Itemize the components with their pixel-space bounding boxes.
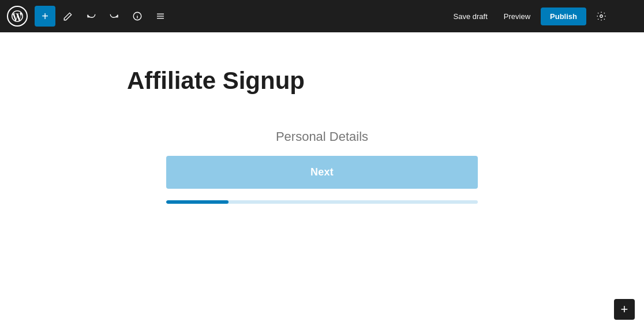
publish-button[interactable]: Publish (541, 8, 586, 25)
form-section: Personal Details Next (166, 129, 478, 204)
list-icon (155, 11, 166, 21)
add-block-bottom-button[interactable]: + (614, 299, 635, 320)
toolbar: + Sav (0, 0, 644, 32)
more-options-button[interactable] (616, 6, 637, 27)
section-label: Personal Details (276, 129, 368, 144)
toolbar-right-actions: Save draft Preview Publish (448, 6, 637, 27)
undo-icon (86, 11, 96, 21)
info-icon (132, 11, 143, 21)
list-view-button[interactable] (150, 6, 171, 27)
wp-logo[interactable] (7, 6, 28, 27)
redo-button[interactable] (104, 6, 125, 27)
edit-button[interactable] (58, 6, 78, 27)
redo-icon (109, 11, 119, 21)
more-icon (621, 11, 632, 21)
content-area: Affiliate Signup Personal Details Next + (0, 32, 644, 329)
next-button[interactable]: Next (166, 156, 478, 189)
svg-point-9 (626, 18, 627, 20)
svg-point-8 (626, 16, 627, 17)
save-draft-button[interactable]: Save draft (448, 9, 493, 24)
plus-icon-bottom: + (621, 302, 628, 317)
svg-point-6 (600, 15, 603, 18)
svg-point-7 (626, 13, 627, 14)
page-title: Affiliate Signup (127, 67, 305, 95)
progress-bar (166, 200, 478, 204)
plus-icon: + (42, 10, 48, 22)
pencil-icon (63, 11, 73, 21)
gear-icon (596, 11, 606, 21)
svg-point-2 (137, 14, 138, 14)
progress-bar-fill (166, 200, 229, 204)
info-button[interactable] (127, 6, 148, 27)
undo-button[interactable] (81, 6, 102, 27)
preview-button[interactable]: Preview (498, 9, 536, 24)
settings-button[interactable] (591, 6, 612, 27)
add-block-toolbar-button[interactable]: + (35, 6, 55, 27)
